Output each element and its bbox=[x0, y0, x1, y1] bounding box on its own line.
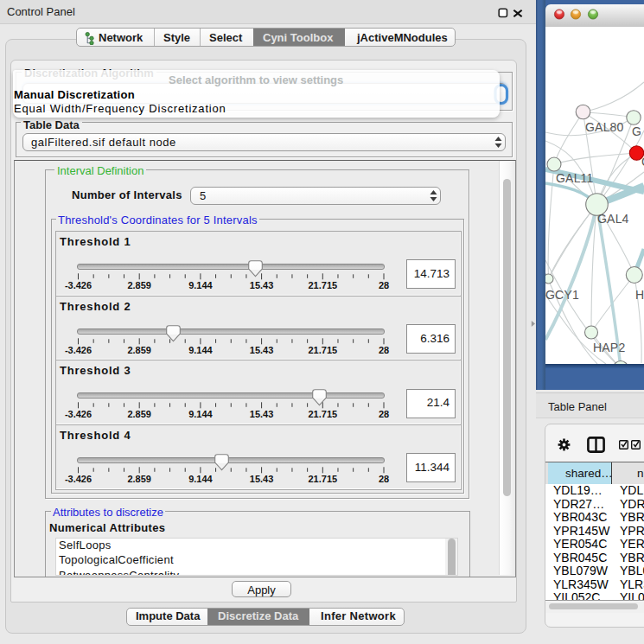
svg-text:H: H bbox=[635, 288, 644, 302]
svg-text:GAL11: GAL11 bbox=[556, 171, 594, 185]
svg-text:GAL4: GAL4 bbox=[597, 212, 629, 226]
svg-text:GAL80: GAL80 bbox=[585, 120, 624, 134]
svg-text:HAP2: HAP2 bbox=[593, 341, 625, 354]
svg-text:GCY1: GCY1 bbox=[545, 288, 579, 302]
svg-text:G: G bbox=[632, 124, 641, 138]
